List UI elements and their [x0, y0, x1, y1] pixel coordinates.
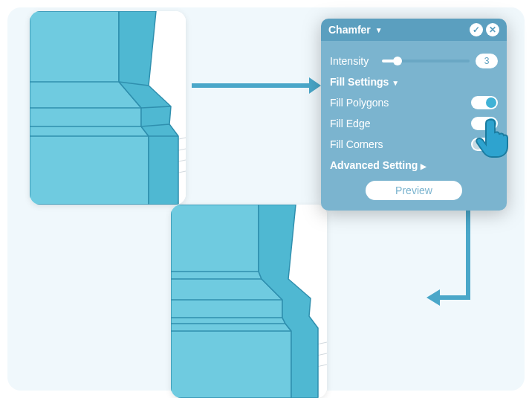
- fill-settings-label: Fill Settings: [330, 76, 389, 88]
- advanced-settings-header[interactable]: Advanced Setting ▶: [330, 157, 498, 173]
- close-icon: ✕: [489, 25, 496, 35]
- arrow-panel-to-after: [424, 193, 498, 324]
- cancel-button[interactable]: ✕: [486, 23, 499, 36]
- chevron-down-icon: ▼: [392, 79, 399, 87]
- fill-corners-row: Fill Corners: [330, 136, 498, 153]
- fill-edge-row: Fill Edge: [330, 115, 498, 132]
- svg-marker-31: [426, 289, 440, 306]
- panel-header-buttons: ✓ ✕: [470, 23, 499, 36]
- model-after-illustration: [171, 205, 327, 398]
- advanced-settings-label: Advanced Setting: [330, 159, 418, 171]
- confirm-button[interactable]: ✓: [470, 23, 483, 36]
- panel-title-text: Chamfer: [328, 24, 371, 36]
- arrow-before-to-panel: [190, 74, 321, 97]
- fill-polygons-toggle[interactable]: [471, 96, 498, 109]
- thumbnail-before: [30, 11, 186, 205]
- diagram-stage: Chamfer ▼ ✓ ✕ Intensity 3 Fill Settings …: [7, 7, 525, 391]
- svg-marker-30: [309, 77, 321, 94]
- preview-row: Preview: [330, 181, 498, 200]
- check-icon: ✓: [473, 25, 480, 35]
- preview-button[interactable]: Preview: [366, 181, 462, 200]
- fill-polygons-label: Fill Polygons: [330, 97, 389, 109]
- fill-settings-header[interactable]: Fill Settings ▼: [330, 74, 498, 90]
- thumbnail-after: [171, 205, 327, 398]
- dropdown-icon: ▼: [375, 26, 383, 34]
- chevron-right-icon: ▶: [421, 162, 426, 170]
- model-before-illustration: [30, 11, 186, 205]
- intensity-value[interactable]: 3: [476, 54, 498, 68]
- pointer-hand-icon: [474, 115, 519, 160]
- intensity-label: Intensity: [330, 55, 376, 67]
- fill-edge-label: Fill Edge: [330, 118, 370, 129]
- panel-title-row[interactable]: Chamfer ▼: [328, 24, 383, 36]
- panel-header: Chamfer ▼ ✓ ✕: [321, 19, 507, 41]
- fill-polygons-row: Fill Polygons: [330, 94, 498, 111]
- fill-corners-label: Fill Corners: [330, 138, 383, 150]
- intensity-slider[interactable]: [382, 60, 470, 62]
- chamfer-panel: Chamfer ▼ ✓ ✕ Intensity 3 Fill Settings …: [321, 19, 507, 211]
- intensity-row: Intensity 3: [330, 53, 498, 69]
